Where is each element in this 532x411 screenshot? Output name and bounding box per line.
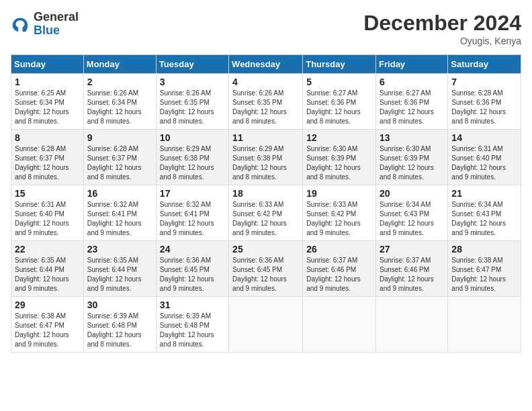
day-number: 9: [87, 132, 152, 143]
day-number: 8: [15, 132, 80, 143]
calendar-day-cell: 4Sunrise: 6:26 AMSunset: 6:35 PMDaylight…: [229, 74, 303, 130]
calendar-day-cell: 24Sunrise: 6:36 AMSunset: 6:45 PMDayligh…: [156, 241, 228, 297]
calendar-day-cell: 20Sunrise: 6:34 AMSunset: 6:43 PMDayligh…: [376, 185, 448, 241]
calendar-day-cell: 27Sunrise: 6:37 AMSunset: 6:46 PMDayligh…: [376, 241, 448, 297]
day-info: Sunrise: 6:34 AMSunset: 6:43 PMDaylight:…: [380, 200, 444, 238]
day-number: 11: [232, 132, 299, 143]
day-number: 5: [306, 77, 372, 87]
day-info: Sunrise: 6:28 AMSunset: 6:36 PMDaylight:…: [451, 89, 517, 126]
day-number: 6: [380, 77, 444, 87]
calendar-header-friday: Friday: [376, 55, 448, 74]
calendar-day-cell: [448, 297, 521, 353]
calendar-day-cell: 18Sunrise: 6:33 AMSunset: 6:42 PMDayligh…: [229, 185, 303, 241]
day-number: 14: [451, 132, 517, 143]
calendar-day-cell: 5Sunrise: 6:27 AMSunset: 6:36 PMDaylight…: [303, 74, 376, 130]
logo: General Blue: [11, 11, 79, 38]
day-number: 27: [380, 244, 444, 255]
calendar-day-cell: 19Sunrise: 6:33 AMSunset: 6:42 PMDayligh…: [303, 185, 376, 241]
logo-general: General: [34, 11, 79, 24]
day-number: 1: [15, 77, 80, 87]
day-info: Sunrise: 6:36 AMSunset: 6:45 PMDaylight:…: [232, 256, 299, 293]
day-info: Sunrise: 6:26 AMSunset: 6:35 PMDaylight:…: [160, 89, 225, 126]
day-number: 24: [160, 244, 225, 255]
day-number: 30: [87, 300, 152, 310]
calendar-week-row: 29Sunrise: 6:38 AMSunset: 6:47 PMDayligh…: [11, 297, 521, 353]
day-number: 26: [306, 244, 372, 255]
calendar-day-cell: 11Sunrise: 6:29 AMSunset: 6:38 PMDayligh…: [229, 130, 303, 185]
day-info: Sunrise: 6:33 AMSunset: 6:42 PMDaylight:…: [306, 200, 372, 238]
day-number: 29: [15, 300, 80, 310]
calendar-header-monday: Monday: [83, 55, 156, 74]
calendar-day-cell: 14Sunrise: 6:31 AMSunset: 6:40 PMDayligh…: [448, 130, 521, 185]
day-info: Sunrise: 6:26 AMSunset: 6:34 PMDaylight:…: [87, 89, 152, 126]
calendar-day-cell: 23Sunrise: 6:35 AMSunset: 6:44 PMDayligh…: [83, 241, 156, 297]
location: Oyugis, Kenya: [363, 36, 521, 46]
calendar-day-cell: 1Sunrise: 6:25 AMSunset: 6:34 PMDaylight…: [11, 74, 84, 130]
day-info: Sunrise: 6:30 AMSunset: 6:39 PMDaylight:…: [306, 144, 372, 182]
day-number: 20: [380, 188, 444, 199]
day-number: 4: [232, 77, 299, 87]
day-info: Sunrise: 6:35 AMSunset: 6:44 PMDaylight:…: [87, 256, 152, 293]
day-info: Sunrise: 6:31 AMSunset: 6:40 PMDaylight:…: [15, 200, 80, 238]
calendar-header-thursday: Thursday: [303, 55, 376, 74]
day-info: Sunrise: 6:38 AMSunset: 6:47 PMDaylight:…: [15, 312, 80, 349]
calendar-header-sunday: Sunday: [11, 55, 84, 74]
calendar-day-cell: 10Sunrise: 6:29 AMSunset: 6:38 PMDayligh…: [156, 130, 228, 185]
calendar-day-cell: 13Sunrise: 6:30 AMSunset: 6:39 PMDayligh…: [376, 130, 448, 185]
day-info: Sunrise: 6:37 AMSunset: 6:46 PMDaylight:…: [380, 256, 444, 293]
day-info: Sunrise: 6:27 AMSunset: 6:36 PMDaylight:…: [380, 89, 444, 126]
calendar-week-row: 8Sunrise: 6:28 AMSunset: 6:37 PMDaylight…: [11, 130, 521, 185]
day-info: Sunrise: 6:29 AMSunset: 6:38 PMDaylight:…: [232, 144, 299, 182]
calendar-day-cell: 30Sunrise: 6:39 AMSunset: 6:48 PMDayligh…: [83, 297, 156, 353]
calendar-day-cell: 25Sunrise: 6:36 AMSunset: 6:45 PMDayligh…: [229, 241, 303, 297]
logo-text: General Blue: [34, 11, 79, 38]
day-info: Sunrise: 6:26 AMSunset: 6:35 PMDaylight:…: [232, 89, 299, 126]
calendar-day-cell: 31Sunrise: 6:39 AMSunset: 6:48 PMDayligh…: [156, 297, 228, 353]
day-info: Sunrise: 6:38 AMSunset: 6:47 PMDaylight:…: [451, 256, 517, 293]
day-info: Sunrise: 6:27 AMSunset: 6:36 PMDaylight:…: [306, 89, 372, 126]
month-title: December 2024: [363, 11, 521, 36]
day-number: 18: [232, 188, 299, 199]
day-info: Sunrise: 6:35 AMSunset: 6:44 PMDaylight:…: [15, 256, 80, 293]
day-number: 7: [451, 77, 517, 87]
day-number: 16: [87, 188, 152, 199]
day-info: Sunrise: 6:31 AMSunset: 6:40 PMDaylight:…: [451, 144, 517, 182]
day-number: 15: [15, 188, 80, 199]
calendar-day-cell: [229, 297, 303, 353]
day-number: 17: [160, 188, 225, 199]
day-number: 2: [87, 77, 152, 87]
day-number: 31: [160, 300, 225, 310]
calendar-header-saturday: Saturday: [448, 55, 521, 74]
day-number: 23: [87, 244, 152, 255]
logo-icon: [11, 15, 30, 34]
day-info: Sunrise: 6:36 AMSunset: 6:45 PMDaylight:…: [160, 256, 225, 293]
day-info: Sunrise: 6:28 AMSunset: 6:37 PMDaylight:…: [15, 144, 80, 182]
calendar-day-cell: [303, 297, 376, 353]
calendar-day-cell: 7Sunrise: 6:28 AMSunset: 6:36 PMDaylight…: [448, 74, 521, 130]
day-info: Sunrise: 6:34 AMSunset: 6:43 PMDaylight:…: [451, 200, 517, 238]
day-number: 25: [232, 244, 299, 255]
calendar-day-cell: 12Sunrise: 6:30 AMSunset: 6:39 PMDayligh…: [303, 130, 376, 185]
day-number: 12: [306, 132, 372, 143]
calendar-day-cell: 9Sunrise: 6:28 AMSunset: 6:37 PMDaylight…: [83, 130, 156, 185]
calendar-header-wednesday: Wednesday: [229, 55, 303, 74]
day-number: 10: [160, 132, 225, 143]
day-info: Sunrise: 6:32 AMSunset: 6:41 PMDaylight:…: [87, 200, 152, 238]
day-info: Sunrise: 6:28 AMSunset: 6:37 PMDaylight:…: [87, 144, 152, 182]
calendar-week-row: 1Sunrise: 6:25 AMSunset: 6:34 PMDaylight…: [11, 74, 521, 130]
calendar-day-cell: 29Sunrise: 6:38 AMSunset: 6:47 PMDayligh…: [11, 297, 84, 353]
title-block: December 2024 Oyugis, Kenya: [363, 11, 521, 46]
day-number: 13: [380, 132, 444, 143]
day-number: 3: [160, 77, 225, 87]
calendar-day-cell: 2Sunrise: 6:26 AMSunset: 6:34 PMDaylight…: [83, 74, 156, 130]
calendar-week-row: 22Sunrise: 6:35 AMSunset: 6:44 PMDayligh…: [11, 241, 521, 297]
calendar-day-cell: [376, 297, 448, 353]
day-number: 21: [451, 188, 517, 199]
calendar-day-cell: 26Sunrise: 6:37 AMSunset: 6:46 PMDayligh…: [303, 241, 376, 297]
day-number: 22: [15, 244, 80, 255]
calendar-week-row: 15Sunrise: 6:31 AMSunset: 6:40 PMDayligh…: [11, 185, 521, 241]
day-info: Sunrise: 6:33 AMSunset: 6:42 PMDaylight:…: [232, 200, 299, 238]
calendar-day-cell: 22Sunrise: 6:35 AMSunset: 6:44 PMDayligh…: [11, 241, 84, 297]
day-info: Sunrise: 6:32 AMSunset: 6:41 PMDaylight:…: [160, 200, 225, 238]
day-number: 28: [451, 244, 517, 255]
